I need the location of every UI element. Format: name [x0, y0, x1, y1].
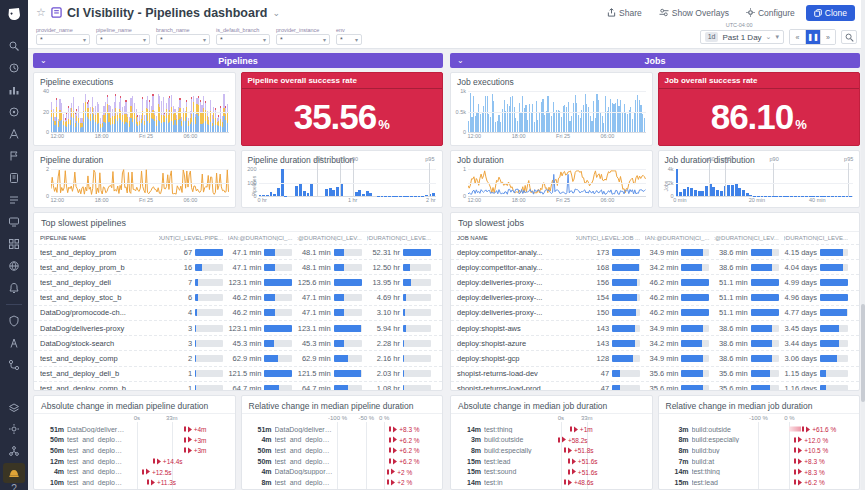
clone-button[interactable]: Clone — [806, 5, 855, 21]
change-row[interactable]: 15mtest:sound+6.2 % — [665, 488, 854, 489]
job-duration-chart[interactable]: 10 12:0018:00Fri 2506:00 — [468, 169, 646, 197]
change-row[interactable]: 10mtest_and_deploy_ios+11.3s — [40, 477, 229, 488]
table-row[interactable]: test_and_deploy_deli_b1121.5 min121.5 mi… — [34, 366, 442, 381]
pipeline-executions-chart[interactable]: 40200 12:0018:00Fri 2506:00 — [51, 91, 229, 133]
datadog-logo[interactable] — [6, 6, 22, 26]
change-row[interactable]: 12mtest_and_deploy_s...+14.4s — [40, 456, 229, 467]
section-header-pipelines[interactable]: ⌄ Pipelines — [33, 53, 443, 68]
pipeline-duration-distribution-chart[interactable]: Pipelines 2001000 p50p75p90p95 0 hr1 hr2… — [259, 169, 437, 197]
share-button[interactable]: Share — [601, 8, 648, 18]
change-row[interactable]: 3mbuild:outside+61.6 % — [665, 424, 854, 435]
filter-pipeline_name[interactable]: pipeline_name *▾ — [96, 27, 150, 45]
table-row[interactable]: test_and_deploy_deli7123.1 min125.6 min1… — [34, 274, 442, 289]
rum-icon[interactable] — [3, 212, 25, 232]
change-row[interactable]: 8mbuild:buy+10.5 % — [665, 445, 854, 456]
change-row[interactable]: 50mtest_and_deploy_deli+6.2 % — [248, 445, 437, 456]
table-row[interactable]: deploy:deliveries-proxy-...15646.2 min51… — [451, 274, 859, 289]
change-row[interactable]: 15mtest:lead+6.2 % — [665, 477, 854, 488]
step-backward-button[interactable]: « — [790, 30, 805, 44]
filter-provider_name[interactable]: provider_name *▾ — [36, 27, 90, 45]
filter-branch_name[interactable]: branch_name *▾ — [156, 27, 210, 45]
apm-icon[interactable] — [3, 124, 25, 144]
security-icon[interactable] — [3, 311, 25, 331]
pipeline-duration-chart[interactable]: 20 12:0018:00Fri 2506:00 — [51, 169, 229, 197]
change-row[interactable]: 51mDataDog/deliveries...+4m — [40, 424, 229, 435]
change-row[interactable]: 12mtest_and_deploy_s...+2 % — [248, 488, 437, 489]
settings-icon[interactable] — [3, 419, 25, 439]
change-row[interactable]: 50mtest_and_deploy_d...+3m — [40, 445, 229, 456]
absolute-change-job-card: Absolute change in median job duration0s… — [450, 395, 653, 490]
change-row[interactable]: 50mtest_and_deploy_deli+3m — [40, 435, 229, 446]
search-icon[interactable] — [3, 36, 25, 56]
table-row[interactable]: deploy:deliveries-proxy-...15446.2 min51… — [451, 290, 859, 305]
ci-visibility-active-icon[interactable] — [3, 463, 25, 483]
job-executions-chart[interactable]: 1k0.5k0 12:0018:00Fri 2506:00 — [468, 91, 646, 133]
table-row[interactable]: shopist-returns-load-dev4735.6 min35.6 m… — [451, 366, 859, 381]
change-row[interactable]: 50mtest_and_deploy_d...+6.2 % — [248, 456, 437, 467]
table-row[interactable]: test_and_deploy_stoc_b646.2 min47.1 min4… — [34, 290, 442, 305]
table-row[interactable]: deploy:shopist-gcp12834.9 min38.6 min3.0… — [451, 350, 859, 365]
table-row[interactable]: deploy:deliveries-proxy-...15046.2 min51… — [451, 305, 859, 320]
change-row[interactable]: 9mbuild:buy+46.3s — [457, 488, 646, 489]
monitors-icon[interactable] — [3, 278, 25, 298]
ci-icon[interactable] — [3, 355, 25, 375]
filter-provider_instance[interactable]: provider_instance *▾ — [276, 27, 330, 45]
watchdog-icon[interactable] — [3, 102, 25, 122]
change-row[interactable]: 8mbuild:especially+12.0 % — [665, 435, 854, 446]
table-row[interactable]: deploy:shopist-azure14334.2 min38.6 min3… — [451, 335, 859, 350]
table-row[interactable]: DataDog/promocode-ch...446.2 min47.1 min… — [34, 305, 442, 320]
table-row[interactable]: deploy:competitor-analy...17334.9 min38.… — [451, 244, 859, 259]
change-row[interactable]: 51mDataDog/deliveries...+8.3 % — [248, 424, 437, 435]
table-row[interactable]: test_and_deploy_prom_b1647.1 min48.1 min… — [34, 259, 442, 274]
table-row[interactable]: DataDog/deliveries-proxy3123.1 min123.1 … — [34, 320, 442, 335]
logs-icon[interactable] — [3, 190, 25, 210]
table-row[interactable]: test_and_deploy_comp_b164.7 min64.7 min1… — [34, 381, 442, 391]
title-chevron-icon[interactable]: ⌄ — [272, 8, 280, 18]
change-row[interactable]: 4mtest_and_deploy_s...+12.5s — [40, 466, 229, 477]
favorite-star-icon[interactable]: ☆ — [36, 6, 46, 19]
step-forward-button[interactable]: » — [820, 30, 835, 44]
time-range-picker[interactable]: 1d Past 1 Day ⌄ ▾ — [700, 30, 784, 44]
workflows-icon[interactable] — [3, 397, 25, 417]
change-row[interactable]: 8mtest_and_deploy_p...+9.2s — [40, 488, 229, 489]
change-row[interactable]: 14mtest:in+48.6s — [457, 477, 646, 488]
help-button[interactable]: ? Help — [8, 483, 19, 490]
sort-column-header[interactable]: ↓ COUNT|CI_LEVEL:PIPE... — [159, 235, 228, 241]
change-row[interactable]: 8mbuild:especially+51.8s — [457, 445, 646, 456]
page-scrollbar[interactable] — [861, 0, 865, 490]
filter-env[interactable]: env *▾ — [336, 27, 362, 45]
zoom-graph-button[interactable] — [841, 30, 857, 44]
filter-is_default_branch[interactable]: is_default_branch *▾ — [216, 27, 270, 45]
table-row[interactable]: deploy:shopist-aws14334.9 min38.6 min3.4… — [451, 320, 859, 335]
change-row[interactable]: 7mbuild:at+8.3 % — [665, 456, 854, 467]
change-row[interactable]: 14mtest:thing+8.3 % — [665, 466, 854, 477]
events-icon[interactable] — [3, 146, 25, 166]
change-row[interactable]: 14mtest:thing+1m — [457, 424, 646, 435]
show-overlays-button[interactable]: Show Overlays — [653, 8, 735, 18]
configure-button[interactable]: Configure — [740, 8, 801, 18]
integrations-icon[interactable] — [3, 234, 25, 254]
table-row[interactable]: deploy:competitor-analy...16834.2 min38.… — [451, 259, 859, 274]
table-row[interactable]: shopist-returns-load-prod4735.6 min35.6 … — [451, 381, 859, 391]
history-icon[interactable] — [3, 58, 25, 78]
change-row[interactable]: 3mbuild:outside+58.2s — [457, 435, 646, 446]
synthetics-icon[interactable] — [3, 256, 25, 276]
section-header-jobs[interactable]: ⌄ Jobs — [450, 53, 860, 68]
table-row[interactable]: test_and_deploy_comp262.9 min62.9 min2.1… — [34, 350, 442, 365]
job-success-rate-card[interactable]: Job overall success rate 86.10 % — [658, 72, 861, 146]
table-row[interactable]: DataDog/stock-search345.3 min45.3 min2.2… — [34, 335, 442, 350]
change-row[interactable]: 15mtest:sound+51.6s — [457, 466, 646, 477]
metrics-icon[interactable] — [3, 80, 25, 100]
pause-button[interactable]: ❚❚ — [805, 30, 820, 44]
change-row[interactable]: 8mtest_and_deploy_p...+2 % — [248, 477, 437, 488]
job-duration-distribution-chart[interactable]: Jobs 4k2k0 p50p75p90p95 0 min20 min40 mi… — [676, 169, 854, 197]
notebooks-icon[interactable] — [3, 168, 25, 188]
sort-column-header[interactable]: ↓ COUNT|CI_LEVEL:JOB ... — [576, 235, 645, 241]
change-row[interactable]: 4mtest_and_deploy_s...+6.2 % — [248, 435, 437, 446]
pipeline-success-rate-card[interactable]: Pipeline overall success rate 35.56 % — [241, 72, 444, 146]
table-row[interactable]: test_and_deploy_prom6747.1 min48.1 min52… — [34, 244, 442, 259]
serverless-icon[interactable] — [3, 333, 25, 353]
change-row[interactable]: 4mDataDog/support-t...+2 % — [248, 466, 437, 477]
organization-icon[interactable] — [3, 441, 25, 461]
change-row[interactable]: 15mtest:lead+51.6s — [457, 456, 646, 467]
